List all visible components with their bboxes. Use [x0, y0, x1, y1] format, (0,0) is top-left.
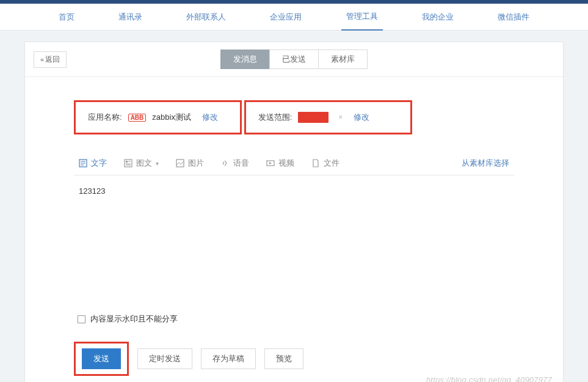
app-badge: ABB [128, 114, 147, 122]
editor-tab-video[interactable]: 视频 [266, 158, 294, 169]
nav-apps[interactable]: 企业应用 [265, 4, 307, 30]
schedule-send-button[interactable]: 定时发送 [137, 348, 192, 369]
voice-icon [221, 159, 230, 167]
app-name-value: zabbix测试 [152, 112, 191, 123]
modify-app-name-link[interactable]: 修改 [202, 112, 218, 123]
tab-sent[interactable]: 已发送 [269, 50, 319, 69]
mode-tabs: 发消息 已发送 素材库 [220, 50, 368, 69]
panel-topbar: « 返回 发消息 已发送 素材库 [25, 42, 563, 77]
editor-tab-text[interactable]: 文字 [79, 158, 107, 169]
main-nav: 首页 通讯录 外部联系人 企业应用 管理工具 我的企业 微信插件 [0, 4, 588, 31]
editor-tab-richtext-label: 图文 [136, 158, 152, 169]
file-icon [311, 159, 320, 167]
nav-home[interactable]: 首页 [54, 4, 79, 30]
editor-tab-voice[interactable]: 语音 [221, 158, 249, 169]
action-buttons: 发送 定时发送 存为草稿 预览 [74, 342, 514, 376]
scope-label: 发送范围: [258, 112, 292, 123]
modify-scope-link[interactable]: 修改 [354, 112, 369, 123]
checkbox-icon[interactable] [78, 315, 85, 323]
page-watermark: https://blog.csdn.net/qq_40907977 [426, 375, 552, 382]
editor-tab-file[interactable]: 文件 [311, 158, 339, 169]
dropdown-icon: ▾ [156, 160, 159, 167]
app-name-label: 应用名称: [88, 112, 122, 123]
tab-send-message[interactable]: 发消息 [220, 50, 270, 69]
back-label: 返回 [45, 54, 60, 65]
editor-tab-video-label: 视频 [278, 158, 294, 169]
save-draft-button[interactable]: 存为草稿 [201, 348, 256, 369]
watermark-checkbox-row[interactable]: 内容显示水印且不能分享 [74, 314, 514, 325]
back-button[interactable]: « 返回 [34, 51, 67, 68]
send-button-highlight: 发送 [74, 342, 129, 376]
richtext-icon [124, 159, 132, 167]
scope-tag [298, 112, 328, 123]
app-name-highlight: 应用名称: ABB zabbix测试 修改 [74, 100, 242, 134]
editor-tab-text-label: 文字 [91, 158, 107, 169]
nav-external[interactable]: 外部联系人 [181, 4, 231, 30]
scope-row: 发送范围: × 修改 [258, 112, 398, 123]
watermark-checkbox-label: 内容显示水印且不能分享 [90, 314, 178, 325]
nav-my-company[interactable]: 我的企业 [417, 4, 459, 30]
image-icon [176, 159, 184, 167]
nav-admin-tools[interactable]: 管理工具 [341, 4, 383, 31]
editor-tab-file-label: 文件 [324, 158, 339, 169]
svg-rect-9 [176, 160, 184, 167]
nav-contacts[interactable]: 通讯录 [114, 4, 147, 30]
select-from-library-link[interactable]: 从素材库选择 [462, 158, 509, 169]
content-panel: « 返回 发消息 已发送 素材库 应用名称: ABB zabbix测试 修改 发… [24, 42, 564, 382]
text-icon [79, 159, 87, 167]
scope-highlight: 发送范围: × 修改 [244, 100, 412, 134]
chevron-left-icon: « [40, 56, 44, 63]
app-name-row: 应用名称: ABB zabbix测试 修改 [88, 112, 228, 123]
svg-rect-4 [125, 160, 132, 167]
video-icon [266, 159, 275, 167]
svg-marker-11 [269, 162, 272, 164]
svg-rect-5 [126, 161, 128, 163]
form-area: 应用名称: ABB zabbix测试 修改 发送范围: × 修改 文字 [25, 77, 563, 382]
send-button[interactable]: 发送 [82, 348, 121, 369]
message-content-input[interactable]: 123123 [74, 175, 514, 298]
editor-tab-image-label: 图片 [188, 158, 204, 169]
editor-type-tabs: 文字 图文 ▾ 图片 语音 [74, 158, 514, 175]
nav-wechat-plugin[interactable]: 微信插件 [493, 4, 534, 30]
editor-tab-voice-label: 语音 [233, 158, 249, 169]
preview-button[interactable]: 预览 [264, 348, 303, 369]
editor-tab-image[interactable]: 图片 [176, 158, 204, 169]
editor-tab-richtext[interactable]: 图文 ▾ [124, 158, 159, 169]
remove-tag-icon[interactable]: × [338, 113, 343, 122]
tab-material-library[interactable]: 素材库 [318, 50, 368, 69]
